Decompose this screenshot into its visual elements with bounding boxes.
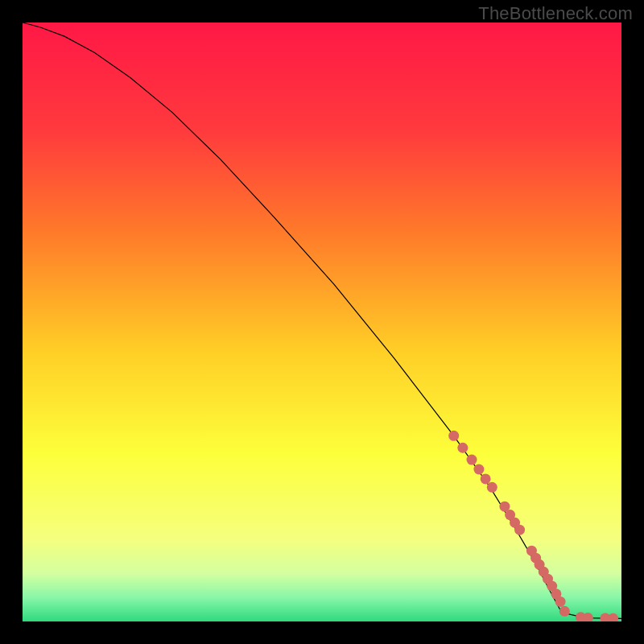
gradient-background bbox=[23, 23, 621, 621]
watermark-text: TheBottleneck.com bbox=[478, 3, 633, 24]
plot-area bbox=[23, 23, 621, 621]
data-point-marker bbox=[514, 525, 525, 535]
data-point-marker bbox=[467, 455, 477, 465]
chart-svg bbox=[23, 23, 621, 621]
data-point-marker bbox=[457, 443, 468, 453]
chart-container: TheBottleneck.com bbox=[0, 0, 644, 644]
data-point-marker bbox=[559, 606, 570, 617]
data-point-marker bbox=[481, 473, 491, 484]
data-point-marker bbox=[555, 597, 566, 607]
data-point-marker bbox=[487, 482, 497, 493]
data-point-marker bbox=[473, 464, 484, 475]
data-point-marker bbox=[448, 431, 459, 441]
